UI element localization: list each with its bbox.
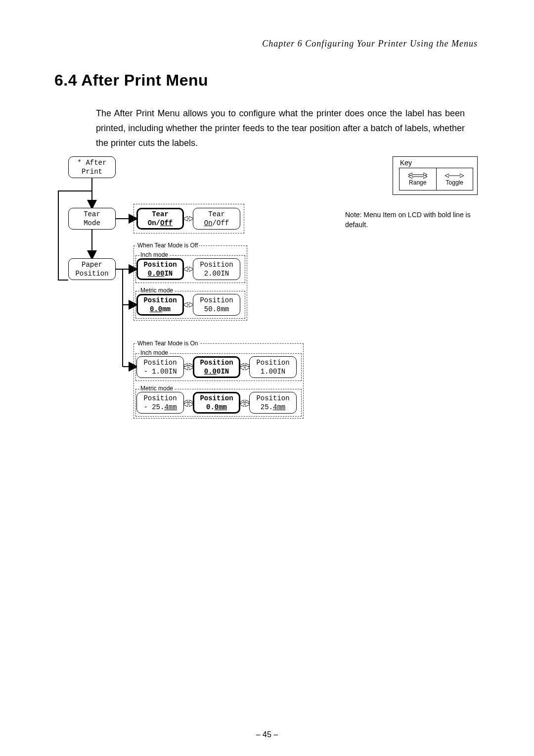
text: 0.0mm: [206, 403, 227, 412]
text: Mode: [84, 219, 100, 228]
node-after-print: * After Print: [68, 156, 116, 178]
caption-on-metric: Metric mode: [139, 385, 174, 392]
text: Paper: [82, 260, 102, 269]
node-on-metric-default: Position 0.0mm: [193, 392, 240, 414]
text: Tear: [152, 210, 169, 219]
chapter-header: Chapter 6 Configuring Your Printer Using…: [262, 39, 478, 49]
text: On/Off: [204, 219, 229, 228]
page-footer: – 45 –: [0, 730, 534, 739]
node-on-inch-c: Position 1.00IN: [249, 356, 297, 378]
section-body: The After Print Menu allows you to confi…: [96, 106, 465, 150]
caption-on: When Tear Mode is On: [136, 340, 199, 347]
text: Position: [200, 260, 233, 269]
node-on-metric-a: Position - 25.4mm: [136, 392, 184, 414]
caption-off-metric: Metric mode: [139, 287, 174, 294]
node-on-inch-a: Position - 1.00IN: [136, 356, 184, 378]
text: 1.00IN: [261, 367, 285, 376]
text: Position: [75, 269, 108, 278]
text: 50.8mm: [204, 305, 229, 314]
node-tear-default: Tear On/Off: [136, 208, 184, 230]
text: 0.00IN: [148, 269, 173, 278]
text: Position: [256, 358, 289, 367]
text: 0.00IN: [204, 367, 229, 376]
text: - 25.4mm: [143, 403, 177, 412]
node-on-metric-c: Position 25.4mm: [249, 392, 297, 414]
page: Chapter 6 Configuring Your Printer Using…: [0, 0, 534, 756]
text: Position: [143, 394, 177, 403]
text: Position: [200, 358, 233, 367]
node-on-inch-default: Position 0.00IN: [193, 356, 240, 378]
text: Position: [143, 260, 177, 269]
text: Print: [82, 167, 102, 176]
text: 2.00IN: [204, 269, 229, 278]
text: Tear: [84, 210, 100, 219]
node-tear-mode: Tear Mode: [68, 208, 116, 230]
text: - 1.00IN: [143, 367, 177, 376]
text: Tear: [208, 210, 225, 219]
text: Position: [200, 394, 233, 403]
node-off-metric-alt: Position 50.8mm: [193, 294, 240, 316]
text: * After: [78, 158, 107, 167]
node-tear-alt: Tear On/Off: [193, 208, 240, 230]
text: Position: [256, 394, 289, 403]
text: Position: [143, 296, 177, 305]
text: Position: [200, 296, 233, 305]
text: On/Off: [148, 219, 173, 228]
text: Position: [143, 358, 177, 367]
node-off-inch-default: Position 0.00IN: [136, 258, 184, 280]
caption-off-inch: Inch mode: [139, 251, 169, 258]
caption-off: When Tear Mode is Off: [136, 242, 199, 249]
caption-on-inch: Inch mode: [139, 349, 169, 356]
node-off-inch-alt: Position 2.00IN: [193, 258, 240, 280]
node-off-metric-default: Position 0.0mm: [136, 294, 184, 316]
diagram: * After Print Tear Mode Paper Position T…: [54, 156, 470, 433]
node-paper-position: Paper Position: [68, 258, 116, 280]
text: 0.0mm: [150, 305, 171, 314]
section-title: 6.4 After Print Menu: [54, 71, 208, 90]
text: 25.4mm: [261, 403, 285, 412]
